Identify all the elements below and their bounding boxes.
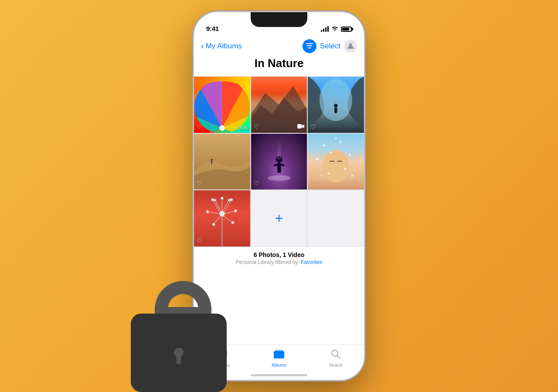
svg-rect-20 [277,138,281,159]
svg-point-5 [219,125,225,131]
svg-line-44 [208,212,218,214]
add-icon: + [275,210,283,226]
tab-search-label: Search [329,363,343,368]
nav-top: ‹ My Albums [201,39,357,53]
svg-point-35 [221,197,223,199]
iphone-notch [251,12,307,27]
library-info: Personal Library filtered by: Favorites [201,259,357,265]
svg-point-31 [335,138,337,139]
photo-6-heart-icon: ♡ [310,180,316,187]
svg-point-27 [328,172,330,174]
svg-point-29 [321,175,323,176]
albums-icon [273,349,285,362]
photo-1-heart-icon: ♡ [197,123,202,130]
photo-count: 6 Photos, 1 Video [201,251,357,258]
svg-point-21 [323,150,349,182]
scene: 9:41 [187,9,371,383]
umbrella-svg [194,77,250,133]
svg-point-11 [334,104,338,108]
photo-cell-3[interactable]: ♡ [308,77,364,133]
svg-rect-55 [275,350,283,351]
battery-fill [342,28,349,30]
photo-1-duration: 0:06 [238,125,247,130]
signal-bars-icon [321,27,329,32]
home-indicator [251,374,307,376]
svg-rect-1 [307,45,312,46]
photo-sand [194,134,250,190]
svg-point-56 [332,350,338,356]
photo-5-heart-icon: ♡ [254,180,259,187]
svg-point-33 [219,211,225,217]
svg-point-23 [340,141,341,143]
signal-bar-1 [321,30,322,32]
photo-cell-1[interactable]: ♡ 0:06 [194,77,250,133]
svg-point-22 [323,144,325,146]
photo-4-heart-icon: ♡ [197,180,202,187]
photo-cell-5[interactable]: ♡ [251,134,307,190]
signal-bar-4 [327,26,329,32]
photo-portrait [308,134,364,190]
status-time: 9:41 [206,25,219,32]
svg-point-28 [344,167,346,169]
sand-svg [194,134,250,190]
tab-albums-label: Albums [272,363,286,368]
svg-point-47 [211,199,214,201]
photo-cell-4[interactable]: ♡ [194,134,250,190]
svg-rect-12 [334,108,337,113]
signal-bar-2 [323,29,324,32]
svg-marker-9 [302,125,304,128]
status-icons [321,26,352,32]
cave-svg [308,77,364,133]
signal-bar-3 [325,27,327,32]
photo-2-video-icon [297,124,304,130]
person-button[interactable] [344,40,357,53]
tab-search[interactable]: Search [323,349,349,368]
photo-cell-7[interactable]: ♡ [194,190,250,247]
filter-icon [306,43,313,50]
photo-cell-6[interactable]: ♡ [308,134,364,190]
svg-line-40 [224,216,232,222]
svg-rect-14 [211,161,212,164]
svg-point-25 [316,158,318,160]
svg-point-39 [235,210,237,212]
svg-point-41 [231,222,234,224]
nav-header: ‹ My Albums [194,36,364,77]
add-photo-cell[interactable]: + [251,190,307,247]
svg-point-24 [330,151,332,153]
svg-point-10 [320,79,352,121]
page-title: In Nature [201,55,357,74]
svg-rect-2 [308,47,311,48]
photo-2-heart-icon: ♡ [254,123,259,130]
battery-icon [341,27,352,32]
padlock-body [131,314,227,392]
photo-cell-2[interactable]: ♡ [251,77,307,133]
photo-dandelion [194,190,250,247]
photo-cave [308,77,364,133]
padlock [131,281,227,392]
tab-albums[interactable]: Albums [266,349,292,368]
back-button[interactable]: ‹ My Albums [201,41,242,51]
photo-cell-empty [308,190,364,247]
bottom-info: 6 Photos, 1 Video Personal Library filte… [194,247,364,268]
photo-3-heart-icon: ♡ [310,123,316,130]
wifi-icon [331,26,338,32]
back-label: My Albums [206,42,242,51]
svg-line-42 [214,216,220,224]
svg-point-51 [214,199,216,201]
svg-line-38 [225,211,235,214]
filter-button[interactable] [303,39,316,53]
svg-point-45 [206,211,208,213]
search-icon [331,349,340,362]
svg-point-26 [349,154,351,155]
select-button[interactable]: Select [320,42,340,51]
svg-point-30 [351,175,353,176]
svg-rect-0 [306,43,313,44]
svg-point-49 [228,199,230,201]
favorites-link[interactable]: Favorites [301,259,322,265]
photo-grid: ♡ 0:06 ♡ [194,77,364,247]
svg-line-57 [337,356,340,359]
svg-point-37 [230,199,232,201]
svg-rect-54 [274,351,284,358]
portrait-svg [308,134,364,190]
padlock-keyhole [174,348,184,357]
